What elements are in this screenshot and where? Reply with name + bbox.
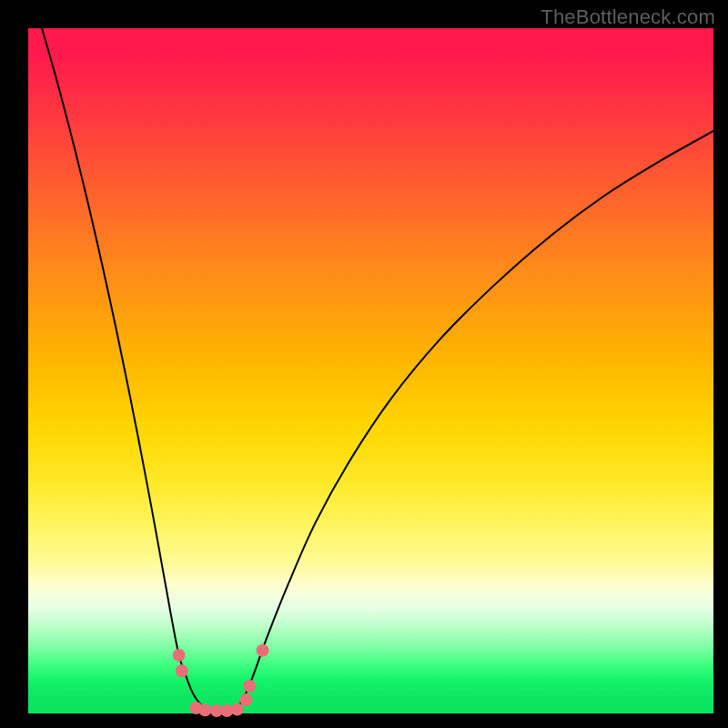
curve-layer xyxy=(42,28,713,712)
data-marker xyxy=(173,649,186,662)
chart-frame: TheBottleneck.com xyxy=(0,0,728,728)
data-marker xyxy=(243,680,256,693)
chart-svg xyxy=(0,0,728,728)
data-marker xyxy=(257,644,269,657)
data-marker xyxy=(239,693,252,706)
data-marker xyxy=(231,703,244,715)
curve-right-branch xyxy=(234,131,713,710)
data-marker xyxy=(198,703,211,716)
curve-left-branch xyxy=(42,28,207,710)
watermark-text: TheBottleneck.com xyxy=(541,5,715,29)
data-marker xyxy=(176,664,188,677)
